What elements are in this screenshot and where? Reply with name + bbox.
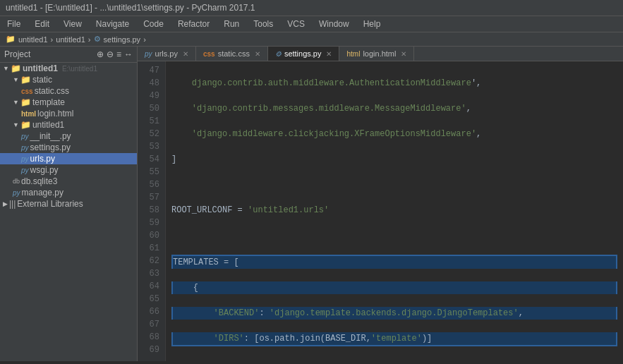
line-56: 'BACKEND': 'django.template.backends.dja…	[171, 307, 617, 320]
menu-item-tools[interactable]: Tools	[249, 18, 277, 30]
sidebar: Project ⊕ ⊖ ≡ ↔ ▼ 📁 untitled1 E:\untitle…	[0, 47, 138, 361]
breadcrumb-icon: 📁	[6, 35, 16, 44]
tree-settings-label: settings.py	[30, 142, 71, 152]
sidebar-icon-1[interactable]: ⊕	[97, 49, 104, 59]
menu-item-refactor[interactable]: Refactor	[174, 18, 214, 30]
tree-login-html-label: login.html	[37, 109, 73, 119]
menu-item-code[interactable]: Code	[139, 18, 168, 30]
breadcrumb-icon2: ⚙	[94, 35, 101, 44]
tree-untitled1-folder[interactable]: ▼ 📁 untitled1	[0, 119, 137, 131]
tree-static-css-label: static.css	[35, 86, 69, 96]
tree-template-folder[interactable]: ▼ 📁 template	[0, 97, 137, 108]
line-58: 'APP_DIRS': True,	[171, 359, 617, 361]
line-53	[171, 229, 617, 242]
tree-template-label: template	[32, 97, 65, 107]
tree-root-label: untitled1	[23, 63, 58, 73]
editor-area: py urls.py ✕ css static.css ✕ ⚙ settings…	[138, 47, 623, 361]
tree-ext-label: External Libraries	[17, 199, 83, 209]
tab-static-css[interactable]: css static.css ✕	[196, 47, 268, 61]
tree-static-css[interactable]: css static.css	[0, 85, 137, 97]
line-47: django.contrib.auth.middleware.Authentic…	[171, 77, 617, 90]
tab-urls-py[interactable]: py urls.py ✕	[138, 47, 196, 61]
tab-login-html[interactable]: html login.html ✕	[339, 47, 414, 61]
menu-item-window[interactable]: Window	[315, 18, 353, 30]
breadcrumb-part2: untitled1	[56, 35, 85, 44]
line-52: ROOT_URLCONF = 'untitled1.urls'	[171, 204, 617, 217]
tree-db-sqlite3[interactable]: db db.sqlite3	[0, 176, 137, 187]
breadcrumb-part1: untitled1	[18, 35, 48, 44]
menu-item-file[interactable]: File	[3, 18, 25, 30]
menu-item-navigate[interactable]: Navigate	[92, 18, 133, 30]
tree-init-label: __init__.py	[30, 131, 71, 141]
line-49: 'django.middleware.clickjacking.XFrameOp…	[171, 128, 617, 140]
tree-manage-label: manage.py	[22, 188, 63, 198]
sidebar-icon-3[interactable]: ≡	[116, 49, 121, 59]
line-57: 'DIRS': [os.path.join(BASE_DIR,'template…	[171, 332, 617, 346]
tab-html-close[interactable]: ✕	[401, 50, 406, 58]
breadcrumb-part3: settings.py	[104, 35, 141, 44]
tab-settings-close[interactable]: ✕	[326, 50, 332, 58]
tab-css-close[interactable]: ✕	[255, 50, 260, 58]
tab-html-label: login.html	[363, 49, 396, 58]
tree-manage-py[interactable]: py manage.py	[0, 187, 137, 198]
tab-bar: py urls.py ✕ css static.css ✕ ⚙ settings…	[138, 47, 623, 61]
main-layout: Project ⊕ ⊖ ≡ ↔ ▼ 📁 untitled1 E:\untitle…	[0, 47, 623, 361]
menu-item-run[interactable]: Run	[219, 18, 243, 30]
tree-untitled1-label: untitled1	[32, 120, 64, 130]
line-54: TEMPLATES = [	[171, 255, 617, 269]
tab-settings-py[interactable]: ⚙ settings.py ✕	[268, 47, 340, 61]
tree-login-html[interactable]: html login.html	[0, 108, 137, 119]
tab-urls-close[interactable]: ✕	[183, 50, 188, 58]
line-48: 'django.contrib.messages.middleware.Mess…	[171, 102, 617, 115]
line-51	[171, 178, 617, 191]
code-editor[interactable]: 4748495051 5253545556 5758596061 6263646…	[138, 61, 623, 361]
line-55: {	[171, 281, 617, 294]
tab-html-icon: html	[346, 50, 360, 58]
menu-item-edit[interactable]: Edit	[30, 18, 54, 30]
tab-css-label: static.css	[218, 49, 250, 58]
tree-external-libs[interactable]: ▶ ||| External Libraries	[0, 198, 137, 210]
menu-item-help[interactable]: Help	[359, 18, 385, 30]
tree-init-py[interactable]: py __init__.py	[0, 131, 137, 142]
menu-item-vcs[interactable]: VCS	[283, 18, 309, 30]
tab-urls-label: urls.py	[155, 49, 178, 58]
tree-urls-label: urls.py	[30, 154, 55, 164]
line-50: ]	[171, 153, 617, 166]
tab-settings-icon: ⚙	[275, 50, 282, 58]
title-text: untitled1 - [E:\untitled1] - ...\untitle…	[6, 3, 255, 13]
tree-wsgi-label: wsgi.py	[30, 165, 59, 175]
project-label: Project	[4, 49, 30, 59]
title-bar: untitled1 - [E:\untitled1] - ...\untitle…	[0, 0, 623, 16]
tree-wsgi-py[interactable]: py wsgi.py	[0, 164, 137, 176]
sidebar-icon-2[interactable]: ⊖	[107, 49, 114, 59]
menu-bar: FileEditViewNavigateCodeRefactorRunTools…	[0, 16, 623, 32]
tree-urls-py[interactable]: py urls.py	[0, 153, 137, 164]
tree-root[interactable]: ▼ 📁 untitled1 E:\untitled1	[0, 63, 137, 74]
code-content[interactable]: django.contrib.auth.middleware.Authentic…	[166, 61, 623, 361]
tree-static-label: static	[32, 75, 52, 85]
tab-css-icon: css	[203, 50, 215, 58]
breadcrumb: 📁 untitled1 › untitled1 › ⚙ settings.py …	[0, 32, 623, 47]
sidebar-header: Project ⊕ ⊖ ≡ ↔	[0, 47, 137, 63]
tree-settings-py[interactable]: py settings.py	[0, 142, 137, 153]
tree-db-label: db.sqlite3	[21, 176, 57, 186]
sidebar-icon-4[interactable]: ↔	[124, 49, 133, 59]
tree-static-folder[interactable]: ▼ 📁 static	[0, 74, 137, 85]
line-numbers: 4748495051 5253545556 5758596061 6263646…	[138, 61, 166, 361]
menu-item-view[interactable]: View	[59, 18, 86, 30]
tab-urls-icon: py	[145, 50, 152, 58]
tab-settings-label: settings.py	[284, 49, 322, 58]
